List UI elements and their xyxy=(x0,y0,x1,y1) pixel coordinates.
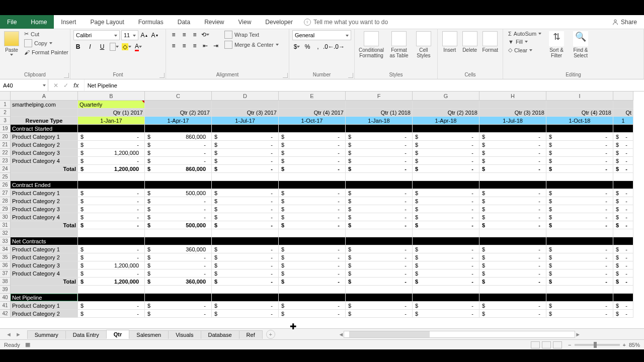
comma-format-button[interactable]: , xyxy=(313,42,323,51)
fx-icon[interactable]: fx xyxy=(73,82,79,89)
font-dialog-icon[interactable] xyxy=(159,73,165,78)
align-bottom-button[interactable]: ≡ xyxy=(190,30,199,39)
font-name-select[interactable]: Calibri xyxy=(73,30,120,40)
group-clipboard: Paste ✂Cut Copy 🖌Format Painter Clipboar… xyxy=(0,29,70,79)
formula-input[interactable]: Net Pipeline xyxy=(85,79,644,91)
font-color-button[interactable]: A xyxy=(134,42,143,51)
view-page-break-button[interactable] xyxy=(553,341,562,348)
svg-point-0 xyxy=(614,20,616,22)
number-format-select[interactable]: General xyxy=(292,30,351,40)
copy-icon xyxy=(24,39,32,47)
sheet-tab-qtr[interactable]: Qtr xyxy=(106,330,130,339)
alignment-dialog-icon[interactable] xyxy=(283,73,288,78)
tab-insert[interactable]: Insert xyxy=(54,15,83,29)
cut-button[interactable]: ✂Cut xyxy=(22,30,70,38)
view-normal-button[interactable] xyxy=(531,341,540,348)
autosum-button[interactable]: ΣAutoSum xyxy=(506,30,543,37)
tab-review[interactable]: Review xyxy=(197,15,231,29)
dec-indent-button[interactable]: ⇤ xyxy=(201,41,210,50)
percent-format-button[interactable]: % xyxy=(303,42,312,51)
tab-page-layout[interactable]: Page Layout xyxy=(83,15,131,29)
tab-view[interactable]: View xyxy=(231,15,259,29)
group-font: Calibri 11 A▲ A▼ B I U ◇ A Font xyxy=(70,29,166,79)
insert-cells-button[interactable]: Insert xyxy=(441,30,459,54)
copy-button[interactable]: Copy xyxy=(22,39,70,48)
fill-color-button[interactable]: ◇ xyxy=(122,42,131,51)
cancel-icon[interactable]: ✕ xyxy=(53,82,58,89)
wrap-text-button[interactable]: Wrap Text xyxy=(222,30,281,39)
clear-button[interactable]: ◇Clear xyxy=(506,46,543,54)
sort-filter-button[interactable]: ⇅Sort & Filter xyxy=(545,30,568,59)
accounting-format-button[interactable]: $ xyxy=(292,42,301,51)
sheet-tab-ref[interactable]: Ref xyxy=(239,330,263,339)
sheet-tab-visuals[interactable]: Visuals xyxy=(168,330,201,339)
bold-button[interactable]: B xyxy=(73,42,83,51)
format-painter-button[interactable]: 🖌Format Painter xyxy=(22,49,70,56)
grow-font-button[interactable]: A▲ xyxy=(140,31,149,40)
eraser-icon: ◇ xyxy=(508,47,512,53)
tab-formulas[interactable]: Formulas xyxy=(131,15,171,29)
grid[interactable]: ABCDEFGHI1smarthelping.comQuarterly2Qtr … xyxy=(0,92,644,328)
bulb-icon: ♀ xyxy=(304,19,311,26)
macro-record-icon[interactable]: ▦ xyxy=(25,341,30,348)
align-top-button[interactable]: ≡ xyxy=(169,30,178,39)
fill-button[interactable]: ▼Fill xyxy=(506,38,543,45)
paste-button[interactable]: Paste xyxy=(3,30,20,57)
format-as-table-button[interactable]: Format as Table xyxy=(387,30,411,59)
name-box[interactable]: A40 xyxy=(0,79,48,91)
zoom-level[interactable]: 85% xyxy=(629,342,640,348)
tell-me[interactable]: ♀Tell me what you want to do xyxy=(300,15,605,29)
shrink-font-button[interactable]: A▼ xyxy=(150,31,159,40)
border-button[interactable] xyxy=(110,42,119,51)
view-page-layout-button[interactable] xyxy=(542,341,551,348)
dec-decimal-button[interactable]: .0→ xyxy=(335,42,344,51)
font-size-select[interactable]: 11 xyxy=(121,30,138,40)
sheet-tabbar: ◄ ► SummaryData EntryQtrSalesmenVisualsD… xyxy=(0,328,644,339)
number-dialog-icon[interactable] xyxy=(348,73,353,78)
orientation-button[interactable]: ⟲ xyxy=(201,30,210,39)
merge-center-button[interactable]: Merge & Center xyxy=(222,40,281,49)
zoom-out-button[interactable]: − xyxy=(568,342,571,348)
align-middle-button[interactable]: ≡ xyxy=(180,30,189,39)
align-right-button[interactable]: ≡ xyxy=(190,41,199,50)
tab-developer[interactable]: Developer xyxy=(258,15,300,29)
status-ready: Ready xyxy=(4,342,20,348)
find-select-button[interactable]: 🔍Find & Select xyxy=(570,30,592,59)
merge-icon xyxy=(224,41,232,49)
share-button[interactable]: Share xyxy=(605,15,644,29)
brush-icon: 🖌 xyxy=(24,49,30,55)
sheet-tab-salesmen[interactable]: Salesmen xyxy=(129,330,169,339)
zoom-slider[interactable] xyxy=(575,344,620,346)
sheet-nav-next[interactable]: ► xyxy=(16,331,21,337)
align-left-button[interactable]: ≡ xyxy=(169,41,178,50)
tab-home[interactable]: Home xyxy=(24,15,54,29)
group-number: General $ % , .0← .0→ Number xyxy=(289,29,355,79)
cell-styles-button[interactable]: Cell Styles xyxy=(413,30,434,59)
clipboard-dialog-icon[interactable] xyxy=(64,73,69,78)
enter-icon[interactable]: ✓ xyxy=(63,82,68,89)
ribbon: Paste ✂Cut Copy 🖌Format Painter Clipboar… xyxy=(0,29,644,79)
sheet-tab-database[interactable]: Database xyxy=(201,330,239,339)
underline-button[interactable]: U xyxy=(98,42,107,51)
tab-data[interactable]: Data xyxy=(171,15,197,29)
add-sheet-button[interactable]: + xyxy=(266,330,275,339)
zoom-in-button[interactable]: + xyxy=(623,342,626,348)
group-editing: ΣAutoSum ▼Fill ◇Clear ⇅Sort & Filter 🔍Fi… xyxy=(503,29,644,79)
inc-decimal-button[interactable]: .0← xyxy=(324,42,333,51)
align-center-button[interactable]: ≡ xyxy=(180,41,189,50)
sheet-tab-data-entry[interactable]: Data Entry xyxy=(65,330,107,339)
delete-cells-button[interactable]: Delete xyxy=(461,30,479,54)
sheet-tab-summary[interactable]: Summary xyxy=(27,330,66,339)
status-bar: Ready ▦ − + 85% xyxy=(0,339,644,349)
italic-button[interactable]: I xyxy=(86,42,95,51)
inc-indent-button[interactable]: ⇥ xyxy=(211,41,220,50)
scissors-icon: ✂ xyxy=(24,31,29,37)
format-cells-button[interactable]: Format xyxy=(480,30,500,54)
fill-icon: ▼ xyxy=(508,39,514,45)
group-alignment: ≡ ≡ ≡ ⟲ ≡ ≡ ≡ ⇤ ⇥ Wrap Text Merge xyxy=(166,29,289,79)
conditional-formatting-button[interactable]: Conditional Formatting xyxy=(358,30,385,59)
sigma-icon: Σ xyxy=(508,31,512,37)
sheet-nav-prev[interactable]: ◄ xyxy=(6,331,12,337)
horizontal-scrollbar[interactable]: ◄ ► xyxy=(275,331,644,338)
tab-file[interactable]: File xyxy=(0,15,24,29)
